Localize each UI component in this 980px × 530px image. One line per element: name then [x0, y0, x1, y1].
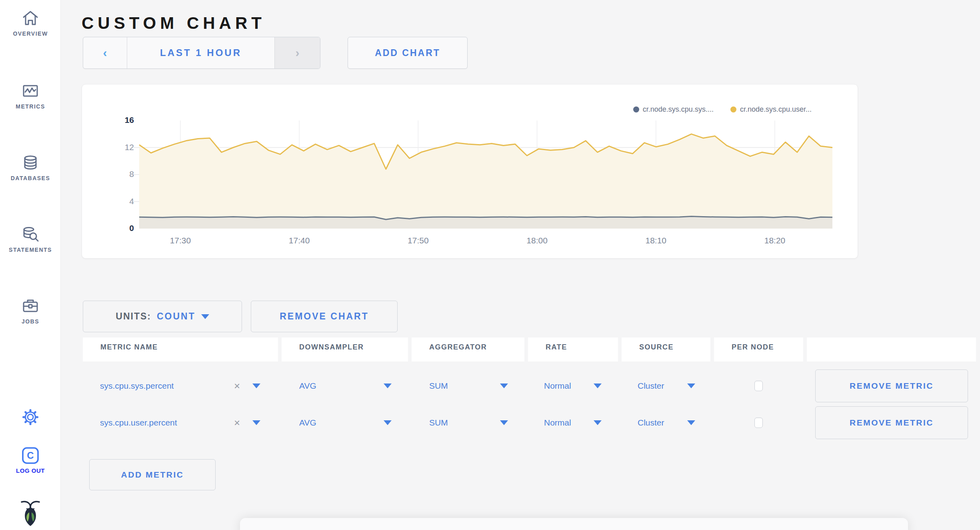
- x-tick-label: 17:30: [170, 236, 191, 245]
- column-header-source: SOURCE: [622, 337, 710, 361]
- column-header-aggregator: AGGREGATOR: [412, 337, 524, 361]
- y-tick-label: 8: [86, 169, 134, 179]
- sidebar-item-jobs[interactable]: JOBS: [0, 296, 61, 325]
- y-tick-label: 16: [86, 115, 134, 125]
- cockroach-c-icon: C: [21, 446, 40, 465]
- sidebar-item-databases[interactable]: DATABASES: [0, 153, 61, 181]
- sidebar: OVERVIEW METRICS DATABASES: [0, 0, 61, 530]
- legend-item[interactable]: cr.node.sys.cpu.sys....: [633, 105, 714, 114]
- x-tick-label: 18:00: [526, 236, 548, 245]
- custom-chart-page: OVERVIEW METRICS DATABASES: [0, 0, 980, 530]
- add-metric-button[interactable]: ADD METRIC: [89, 459, 216, 490]
- table-row: sys.cpu.sys.percent × AVG SUM Normal Clu…: [83, 367, 976, 404]
- units-value: COUNT: [157, 311, 196, 322]
- rate-dropdown[interactable]: Normal: [544, 418, 571, 428]
- y-tick-label: 0: [86, 223, 134, 233]
- remove-metric-button[interactable]: REMOVE METRIC: [815, 369, 968, 402]
- column-header-actions: [807, 337, 976, 361]
- metric-name-dropdown[interactable]: sys.cpu.user.percent: [100, 418, 177, 428]
- metrics-icon: [21, 81, 40, 100]
- remove-metric-button[interactable]: REMOVE METRIC: [815, 406, 968, 439]
- x-tick-label: 17:40: [289, 236, 310, 245]
- source-dropdown[interactable]: Cluster: [638, 418, 664, 428]
- aggregator-dropdown[interactable]: SUM: [429, 381, 448, 391]
- y-tick-label: 12: [86, 143, 134, 152]
- sidebar-item-label: METRICS: [0, 103, 61, 110]
- sidebar-item-overview[interactable]: OVERVIEW: [0, 8, 61, 37]
- legend-dot-user: [730, 106, 736, 112]
- column-header-metric-name: METRIC NAME: [83, 337, 278, 361]
- downsampler-dropdown[interactable]: AVG: [299, 381, 316, 391]
- cockroach-logo: [0, 499, 61, 527]
- sidebar-item-label: STATEMENTS: [0, 247, 61, 253]
- legend-dot-sys: [633, 106, 639, 112]
- aggregator-dropdown[interactable]: SUM: [429, 418, 448, 428]
- chevron-down-icon[interactable]: [594, 420, 602, 425]
- legend-label: cr.node.sys.cpu.user...: [740, 105, 812, 114]
- gear-icon: [21, 408, 40, 427]
- table-row: sys.cpu.user.percent × AVG SUM Normal Cl…: [83, 404, 976, 441]
- metric-name-dropdown[interactable]: sys.cpu.sys.percent: [100, 381, 174, 391]
- column-header-per-node: PER NODE: [714, 337, 803, 361]
- metrics-table-header: METRIC NAME DOWNSAMPLER AGGREGATOR RATE …: [83, 337, 976, 361]
- clear-metric-icon[interactable]: ×: [234, 418, 240, 428]
- time-prev-button[interactable]: ‹: [83, 37, 127, 68]
- chevron-down-icon[interactable]: [252, 420, 260, 425]
- logout-button[interactable]: C LOG OUT: [0, 446, 61, 474]
- time-next-button[interactable]: ›: [274, 37, 320, 68]
- cockroach-bug-icon: [19, 499, 42, 527]
- chevron-down-icon[interactable]: [687, 420, 695, 425]
- chevron-down-icon[interactable]: [252, 383, 260, 388]
- page-title: CUSTOM CHART: [82, 14, 266, 33]
- y-axis-labels: 1612840: [82, 120, 134, 229]
- chevron-down-icon[interactable]: [384, 383, 392, 388]
- settings-button[interactable]: [0, 408, 61, 427]
- chart-card: cr.node.sys.cpu.sys.... cr.node.sys.cpu.…: [82, 84, 858, 259]
- column-header-downsampler: DOWNSAMPLER: [282, 337, 408, 361]
- x-tick-label: 17:50: [408, 236, 429, 245]
- chart-legend: cr.node.sys.cpu.sys.... cr.node.sys.cpu.…: [633, 105, 812, 114]
- legend-label: cr.node.sys.cpu.sys....: [643, 105, 714, 114]
- x-axis-labels: 17:3017:4017:5018:0018:1018:20: [139, 236, 832, 248]
- sidebar-item-label: DATABASES: [0, 175, 61, 181]
- clear-metric-icon[interactable]: ×: [234, 381, 240, 391]
- downsampler-dropdown[interactable]: AVG: [299, 418, 316, 428]
- units-dropdown[interactable]: UNITS: COUNT: [83, 301, 242, 332]
- per-node-checkbox[interactable]: [754, 381, 763, 391]
- sidebar-item-label: JOBS: [0, 318, 61, 325]
- logout-label: LOG OUT: [0, 467, 61, 474]
- time-range-label[interactable]: LAST 1 HOUR: [127, 37, 274, 68]
- sidebar-item-label: OVERVIEW: [0, 30, 61, 37]
- time-range-selector: ‹ LAST 1 HOUR ›: [83, 37, 320, 69]
- y-tick-label: 4: [86, 197, 134, 206]
- briefcase-icon: [21, 296, 40, 315]
- source-dropdown[interactable]: Cluster: [638, 381, 664, 391]
- chevron-down-icon: [201, 314, 209, 319]
- chevron-down-icon[interactable]: [500, 383, 508, 388]
- column-header-rate: RATE: [528, 337, 618, 361]
- statements-icon: [21, 225, 40, 244]
- svg-text:C: C: [27, 450, 34, 461]
- next-chart-peek: [240, 518, 908, 530]
- per-node-checkbox[interactable]: [754, 418, 763, 428]
- sidebar-item-statements[interactable]: STATEMENTS: [0, 225, 61, 253]
- legend-item[interactable]: cr.node.sys.cpu.user...: [730, 105, 812, 114]
- remove-chart-button[interactable]: REMOVE CHART: [251, 301, 398, 332]
- x-tick-label: 18:10: [645, 236, 666, 245]
- units-label: UNITS:: [116, 311, 151, 322]
- chevron-down-icon[interactable]: [384, 420, 392, 425]
- chevron-down-icon[interactable]: [687, 383, 695, 388]
- x-tick-label: 18:20: [764, 236, 786, 245]
- add-chart-button[interactable]: ADD CHART: [348, 37, 468, 69]
- database-icon: [21, 153, 40, 172]
- rate-dropdown[interactable]: Normal: [544, 381, 571, 391]
- line-chart-plot: [139, 120, 832, 229]
- chevron-down-icon[interactable]: [594, 383, 602, 388]
- sidebar-item-metrics[interactable]: METRICS: [0, 81, 61, 110]
- chevron-down-icon[interactable]: [500, 420, 508, 425]
- home-icon: [21, 8, 40, 28]
